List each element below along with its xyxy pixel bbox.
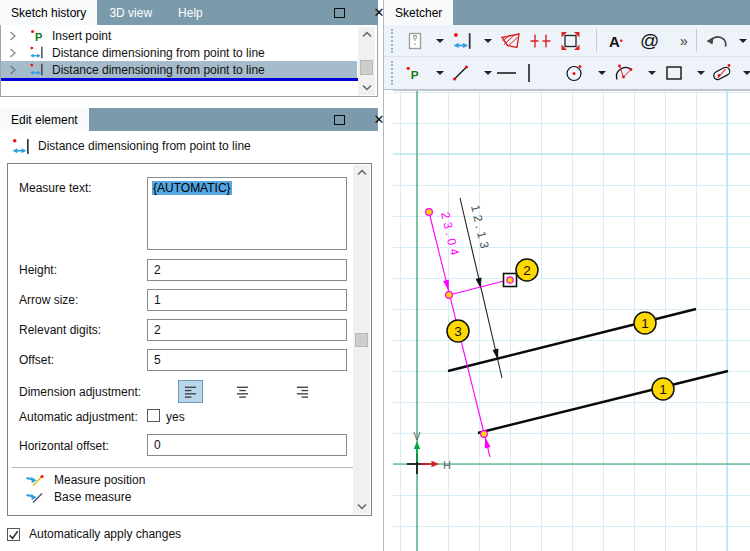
form-scrollbar[interactable] xyxy=(353,165,370,514)
tree-item-label: Insert point xyxy=(52,29,111,43)
handle-point[interactable] xyxy=(481,431,488,438)
handle-point[interactable] xyxy=(446,292,453,299)
chevron-right-icon[interactable] xyxy=(9,31,17,41)
align-left-button[interactable] xyxy=(178,380,203,403)
tree-item-distance-dim-2-selected[interactable]: Distance dimensioning from point to line xyxy=(1,61,357,78)
height-field[interactable] xyxy=(147,259,347,281)
toolbar-grip[interactable] xyxy=(391,29,393,53)
detail-frame-icon xyxy=(560,30,581,51)
tab-sketcher-label: Sketcher xyxy=(395,6,442,20)
circle-dropdown[interactable] xyxy=(598,71,606,75)
scrollbar-thumb[interactable] xyxy=(360,60,373,75)
horizontal-line-icon xyxy=(496,64,517,82)
sketch-history-titlebar: Sketch history 3D view Help ✕ xyxy=(0,0,378,25)
arc-tool-button[interactable] xyxy=(614,63,635,82)
point-tool-button[interactable]: P xyxy=(405,65,421,81)
sketch-line-1[interactable] xyxy=(448,309,696,371)
automatic-adjustment-label: Automatic adjustment: xyxy=(19,410,138,424)
reference-point-marker[interactable] xyxy=(504,274,517,287)
dimension-magenta-text: 23.04 xyxy=(438,211,462,260)
maximize-button[interactable] xyxy=(328,111,350,129)
check-icon xyxy=(8,529,19,540)
sketcher-canvas[interactable]: V H 12.13 xyxy=(393,90,750,551)
badge-2[interactable]: 2 xyxy=(516,259,538,281)
tab-sketch-history[interactable]: Sketch history xyxy=(0,0,97,25)
toolbar-grip[interactable] xyxy=(391,61,393,85)
automatic-adjustment-checkbox[interactable] xyxy=(147,409,160,422)
chevron-up-icon xyxy=(362,31,372,38)
align-left-icon xyxy=(183,384,198,399)
undo-dropdown[interactable] xyxy=(739,39,747,43)
relevant-digits-field[interactable] xyxy=(147,319,347,341)
scroll-down-button[interactable] xyxy=(358,80,375,95)
distance-dimension-icon xyxy=(12,138,31,155)
chevron-right-icon[interactable] xyxy=(9,65,17,75)
tree-item-distance-dim-1[interactable]: Distance dimensioning from point to line xyxy=(1,44,357,61)
scroll-up-button[interactable] xyxy=(353,165,370,180)
horizontal-offset-field[interactable] xyxy=(147,434,347,456)
dimension-dropdown[interactable] xyxy=(484,39,492,43)
scroll-up-button[interactable] xyxy=(358,27,375,42)
rectangle-dropdown[interactable] xyxy=(697,71,705,75)
arc-tool-icon xyxy=(614,63,635,82)
horizontal-line-button[interactable] xyxy=(496,64,517,82)
text-tool-button[interactable]: A• xyxy=(609,32,623,49)
badge-3[interactable]: 3 xyxy=(447,320,469,342)
circle-tool-icon xyxy=(564,62,585,83)
offset-field[interactable] xyxy=(147,349,347,371)
detail-frame-button[interactable] xyxy=(560,30,581,51)
offset-label: Offset: xyxy=(19,353,54,367)
measure-text-input[interactable]: {AUTOMATIC} xyxy=(147,177,347,250)
sketch-plane-button[interactable] xyxy=(404,31,425,51)
edit-element-form: Measure text: {AUTOMATIC} Height: Arrow … xyxy=(7,163,372,516)
vertical-line-button[interactable] xyxy=(524,63,534,83)
point-dropdown[interactable] xyxy=(436,71,444,75)
tree-scrollbar[interactable] xyxy=(358,27,375,95)
dimension-black[interactable]: 12.13 xyxy=(460,198,502,378)
undo-button[interactable] xyxy=(706,33,729,49)
tree-item-insert-point[interactable]: P Insert point xyxy=(1,27,357,44)
badge-1b[interactable]: 1 xyxy=(652,378,674,400)
chain-dimension-button[interactable] xyxy=(530,32,551,49)
tab-3d-view[interactable]: 3D view xyxy=(97,0,164,25)
rectangle-tool-button[interactable] xyxy=(664,63,684,82)
distance-dimension-icon xyxy=(453,32,473,50)
dimension-adjustment-label: Dimension adjustment: xyxy=(19,385,141,399)
tab-help[interactable]: Help xyxy=(164,0,217,25)
slot-dropdown[interactable] xyxy=(743,71,750,75)
line-tool-button[interactable] xyxy=(451,63,470,82)
distance-dimension-button[interactable] xyxy=(453,32,473,50)
apply-changes-checkbox[interactable] xyxy=(7,528,20,541)
toolbar-overflow-button[interactable]: » xyxy=(680,33,688,49)
scrollbar-thumb[interactable] xyxy=(355,333,368,347)
arc-dropdown[interactable] xyxy=(648,71,656,75)
application-window: Sketch history 3D view Help ✕ P Insert p… xyxy=(0,0,750,551)
handle-point[interactable] xyxy=(426,209,433,216)
line-dropdown[interactable] xyxy=(484,71,492,75)
automatic-adjustment-option-label: yes xyxy=(166,410,185,424)
align-center-button[interactable] xyxy=(230,380,255,403)
badge-1a[interactable]: 1 xyxy=(634,312,656,334)
at-symbol-icon: @ xyxy=(640,30,659,52)
arrow-size-field[interactable] xyxy=(147,289,347,311)
sketch-line-2[interactable] xyxy=(478,371,728,433)
sketcher-titlebar: Sketcher xyxy=(384,0,750,25)
sketch-plane-icon xyxy=(404,31,425,51)
chevron-right-icon[interactable] xyxy=(9,48,17,58)
hatch-button[interactable] xyxy=(500,31,521,50)
line-tool-icon xyxy=(451,63,470,82)
circle-tool-button[interactable] xyxy=(564,62,585,83)
tab-sketcher[interactable]: Sketcher xyxy=(384,0,453,25)
slot-tool-button[interactable] xyxy=(710,62,733,83)
symbol-tool-button[interactable]: @ xyxy=(640,30,659,52)
slot-tool-icon xyxy=(710,62,733,83)
height-label: Height: xyxy=(19,263,57,277)
scroll-down-button[interactable] xyxy=(353,499,370,514)
toolbar-separator xyxy=(596,29,597,52)
align-right-icon xyxy=(295,384,310,399)
align-right-button[interactable] xyxy=(290,380,315,403)
chevron-down-icon xyxy=(357,503,367,510)
sketch-plane-dropdown[interactable] xyxy=(436,39,444,43)
toolbar-separator xyxy=(696,29,697,52)
maximize-button[interactable] xyxy=(328,4,350,22)
